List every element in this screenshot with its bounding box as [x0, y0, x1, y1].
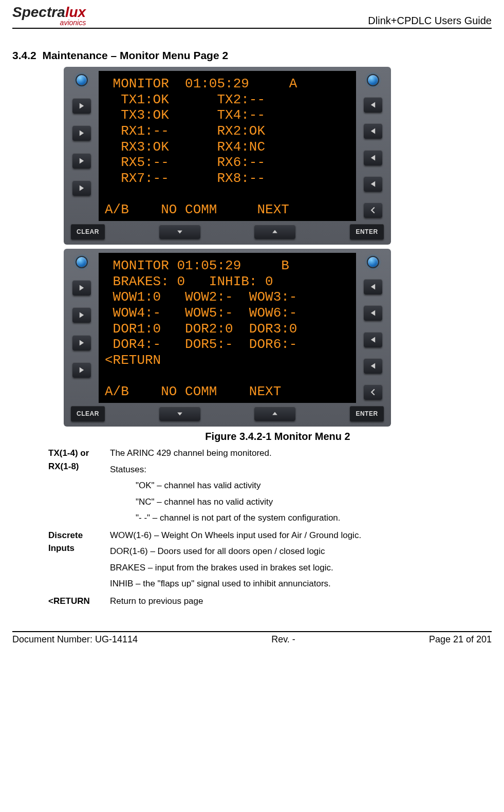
- def-text: DOR(1-6) – Doors used for all doors open…: [110, 545, 481, 558]
- svg-marker-1: [80, 131, 84, 136]
- side-button-right[interactable]: [364, 305, 382, 321]
- doc-number: Document Number: UG-14114: [12, 634, 138, 645]
- svg-marker-11: [80, 312, 84, 318]
- down-button[interactable]: [159, 407, 200, 421]
- svg-marker-12: [80, 340, 84, 345]
- page-header: Spectralux avionics Dlink+CPDLC Users Gu…: [12, 5, 492, 29]
- svg-marker-17: [371, 363, 375, 368]
- side-button-left[interactable]: [72, 180, 91, 196]
- svg-marker-8: [177, 231, 182, 234]
- right-controls: [359, 253, 387, 403]
- side-button-right[interactable]: [364, 279, 382, 294]
- side-button-right[interactable]: [364, 97, 382, 113]
- figure-caption: Figure 3.4.2-1 Monitor Menu 2: [64, 431, 492, 442]
- svg-marker-13: [80, 367, 84, 373]
- logo-text-1: Spectra: [12, 4, 65, 20]
- def-text: "OK" – channel has valid activity: [136, 479, 481, 492]
- led-indicator: [367, 74, 379, 86]
- def-text: WOW(1-6) – Weight On Wheels input used f…: [110, 529, 481, 542]
- guide-title: Dlink+CPDLC Users Guide: [368, 15, 492, 27]
- logo: Spectralux avionics: [12, 5, 86, 27]
- right-controls: [359, 71, 387, 221]
- svg-marker-2: [80, 158, 84, 163]
- side-button-left[interactable]: [72, 280, 91, 296]
- svg-marker-7: [371, 181, 375, 187]
- side-button-left[interactable]: [72, 153, 91, 169]
- side-button-left[interactable]: [72, 98, 91, 114]
- back-button[interactable]: [364, 202, 382, 218]
- svg-marker-3: [80, 185, 84, 191]
- def-text: "NC" – channel has no valid activity: [136, 495, 481, 509]
- side-button-right[interactable]: [364, 123, 382, 139]
- svg-marker-10: [80, 285, 84, 291]
- def-text: The ARINC 429 channel being monitored.: [110, 447, 481, 460]
- side-button-left[interactable]: [72, 335, 91, 350]
- clear-button[interactable]: CLEAR: [71, 224, 105, 239]
- left-controls: [68, 253, 96, 403]
- description-list: TX(1-4) or RX(1-8) The ARINC 429 channel…: [48, 447, 481, 611]
- svg-marker-18: [177, 413, 182, 416]
- side-button-right[interactable]: [364, 176, 382, 192]
- section-heading: 3.4.2 Maintenance – Monitor Menu Page 2: [12, 49, 492, 62]
- led-indicator: [76, 256, 88, 268]
- svg-marker-9: [273, 230, 278, 233]
- enter-button[interactable]: ENTER: [350, 406, 384, 421]
- def-text: BRAKES – input from the brakes used in b…: [110, 561, 481, 575]
- svg-marker-15: [371, 310, 375, 316]
- clear-button[interactable]: CLEAR: [71, 406, 105, 421]
- svg-marker-4: [371, 102, 375, 108]
- down-button[interactable]: [159, 225, 200, 239]
- svg-marker-16: [371, 337, 375, 342]
- enter-button[interactable]: ENTER: [350, 224, 384, 239]
- svg-marker-14: [371, 284, 375, 290]
- up-button[interactable]: [254, 407, 295, 421]
- display-screen-a: MONITOR 01:05:29 A TX1:OK TX2:-- TX3:OK …: [99, 71, 356, 221]
- led-indicator: [76, 74, 88, 86]
- side-button-right[interactable]: [364, 358, 382, 374]
- page-footer: Document Number: UG-14114 Rev. - Page 21…: [12, 631, 492, 645]
- device-panel-b: MONITOR 01:05:29 B BRAKES: 0 INHIB: 0 WO…: [64, 249, 391, 427]
- side-button-left[interactable]: [72, 362, 91, 378]
- logo-text-2: lux: [65, 4, 86, 20]
- section-title: Maintenance – Monitor Menu Page 2: [42, 49, 228, 61]
- up-button[interactable]: [254, 225, 295, 239]
- side-button-left[interactable]: [72, 307, 91, 323]
- def-text: "- -" – channel is not part of the syste…: [136, 511, 481, 525]
- term-discrete-inputs: Discrete Inputs: [48, 529, 110, 594]
- svg-marker-6: [371, 155, 375, 160]
- device-panel-a: MONITOR 01:05:29 A TX1:OK TX2:-- TX3:OK …: [64, 67, 391, 245]
- left-controls: [68, 71, 96, 221]
- section-number: 3.4.2: [12, 49, 36, 61]
- svg-marker-0: [80, 103, 84, 109]
- svg-marker-19: [273, 412, 278, 415]
- def-text: INHIB – the "flaps up" signal used to in…: [110, 577, 481, 590]
- page-number: Page 21 of 201: [429, 634, 492, 645]
- def-text: Statuses:: [110, 463, 481, 476]
- side-button-left[interactable]: [72, 125, 91, 141]
- display-screen-b: MONITOR 01:05:29 B BRAKES: 0 INHIB: 0 WO…: [99, 253, 356, 403]
- term-return: <RETURN: [48, 595, 110, 611]
- term-tx-rx: TX(1-4) or RX(1-8): [48, 447, 110, 528]
- side-button-right[interactable]: [364, 332, 382, 347]
- back-button[interactable]: [364, 384, 382, 400]
- side-button-right[interactable]: [364, 150, 382, 165]
- revision: Rev. -: [271, 634, 295, 645]
- def-text: Return to previous page: [110, 595, 481, 608]
- svg-marker-5: [371, 128, 375, 134]
- led-indicator: [367, 256, 379, 268]
